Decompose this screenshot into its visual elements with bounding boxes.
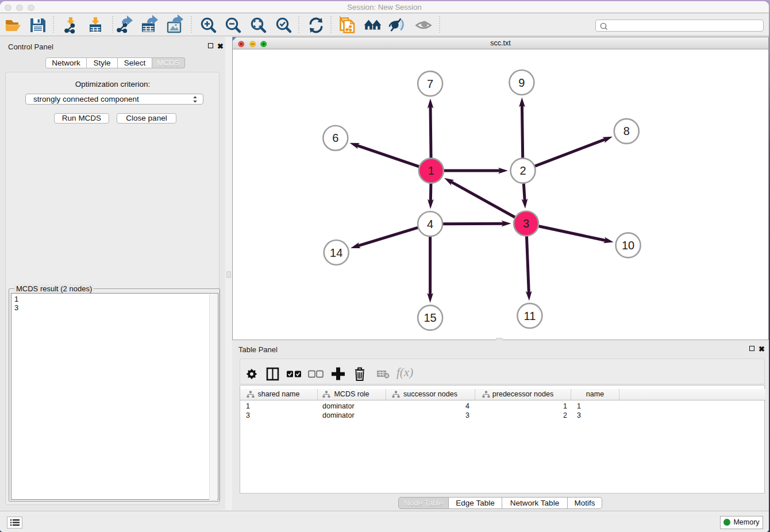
svg-text:6: 6 (332, 132, 338, 144)
svg-text:8: 8 (623, 125, 630, 137)
svg-text:9: 9 (518, 76, 525, 89)
svg-text:3: 3 (523, 217, 529, 230)
svg-text:1: 1 (428, 164, 434, 177)
svg-text:10: 10 (622, 239, 634, 252)
svg-text:7: 7 (427, 78, 433, 90)
svg-text:11: 11 (524, 310, 536, 322)
svg-text:4: 4 (427, 218, 433, 230)
svg-text:14: 14 (330, 246, 342, 259)
svg-text:2: 2 (519, 164, 526, 177)
svg-text:15: 15 (424, 311, 436, 324)
